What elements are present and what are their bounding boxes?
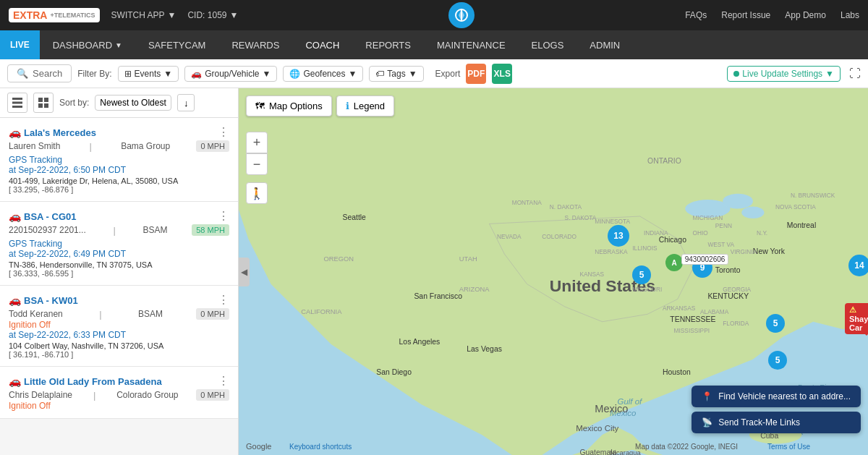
- more-options-button[interactable]: ⋮: [218, 374, 229, 388]
- nav-maintenance[interactable]: MAINTENANCE: [424, 30, 519, 59]
- map-attribution: Map data ©2022 Google, INEGI: [635, 443, 738, 451]
- geofences-filter[interactable]: 🌐 Geofences ▼: [283, 66, 363, 82]
- nav-elogs[interactable]: ELOGS: [519, 30, 577, 59]
- globe-icon: 🌐: [289, 69, 300, 79]
- sort-select[interactable]: Newest to Oldest: [95, 95, 171, 111]
- speed-badge: 0 MPH: [196, 389, 229, 401]
- svg-rect-8: [44, 103, 48, 108]
- svg-rect-3: [12, 102, 22, 104]
- legend-button[interactable]: ℹ Legend: [336, 95, 394, 116]
- cluster-marker[interactable]: 5: [632, 265, 651, 284]
- street-view-button[interactable]: 🚶: [246, 182, 268, 204]
- group-vehicle-filter[interactable]: 🚗 Group/Vehicle ▼: [184, 66, 277, 82]
- map-background[interactable]: Gulf of Mexico Caribbean Sea United Stat…: [239, 88, 868, 455]
- keyboard-shortcuts-link[interactable]: Keyboard shortcuts: [289, 443, 352, 451]
- live-update-settings-button[interactable]: Live Update Settings ▼: [727, 66, 841, 82]
- vehicle-card: 🚗Lala's Mercedes ⋮ Lauren Smith | Bama G…: [0, 118, 238, 202]
- svg-text:NEBRASKA: NEBRASKA: [595, 248, 628, 255]
- main-navigation: LIVE DASHBOARD ▼ SAFETYCAM REWARDS COACH…: [0, 30, 868, 59]
- svg-rect-7: [38, 103, 43, 108]
- cluster-marker[interactable]: 5: [768, 351, 787, 370]
- event-time[interactable]: at Sep-22-2022, 6:49 PM CDT: [9, 249, 229, 259]
- svg-text:GEORGIA: GEORGIA: [723, 286, 751, 293]
- export-pdf-button[interactable]: PDF: [466, 64, 486, 84]
- svg-text:ALABAMA: ALABAMA: [700, 308, 729, 315]
- chevron-down-icon: ▼: [115, 41, 122, 49]
- vehicle-name[interactable]: Little Old Lady From Pasadena: [24, 376, 162, 387]
- cluster-marker[interactable]: 13: [608, 225, 629, 247]
- search-icon: 🔍: [17, 68, 28, 79]
- svg-text:MISSOURI: MISSOURI: [632, 286, 662, 293]
- tags-filter[interactable]: 🏷 Tags ▼: [369, 66, 423, 82]
- event-time[interactable]: at Sep-22-2022, 6:33 PM CDT: [9, 330, 229, 340]
- labs-link[interactable]: Labs: [841, 10, 859, 20]
- shayna-car-marker[interactable]: ⚠ Shayna's Car: [845, 303, 868, 334]
- switch-app-button[interactable]: SWITCH APP ▼: [111, 10, 176, 20]
- nav-admin[interactable]: ADMIN: [576, 30, 633, 59]
- nav-safetycam[interactable]: SAFETYCAM: [135, 30, 218, 59]
- alert-icon: ⚠: [849, 305, 856, 314]
- live-indicator: [733, 71, 739, 77]
- svg-text:FLORIDA: FLORIDA: [723, 320, 749, 327]
- list-view-button[interactable]: [7, 93, 27, 113]
- app-demo-link[interactable]: App Demo: [785, 10, 826, 20]
- svg-rect-6: [44, 98, 48, 102]
- nav-right-links: FAQs Report Issue App Demo Labs: [685, 10, 859, 20]
- top-navigation: EXTRA +TELEMATICS SWITCH APP ▼ CID: 1059…: [0, 0, 868, 30]
- event-address: TN-386, Hendersonville, TN 37075, USA: [9, 260, 229, 269]
- car-icon: 🚗: [9, 211, 21, 222]
- nav-dashboard[interactable]: DASHBOARD ▼: [40, 30, 135, 59]
- svg-text:MISSISSIPPI: MISSISSIPPI: [674, 327, 710, 334]
- nav-coach[interactable]: COACH: [292, 30, 352, 59]
- more-options-button[interactable]: ⋮: [218, 293, 229, 307]
- vehicle-name[interactable]: BSA - KW01: [24, 295, 78, 306]
- report-issue-link[interactable]: Report Issue: [721, 10, 770, 20]
- svg-text:Chicago: Chicago: [659, 236, 686, 244]
- event-address: 104 Colbert Way, Nashville, TN 37206, US…: [9, 341, 229, 350]
- svg-text:N. BRUNSWICK: N. BRUNSWICK: [791, 192, 835, 199]
- send-track-me-button[interactable]: 📡 Send Track-Me Links: [692, 412, 861, 433]
- left-toolbar: Sort by: Newest to Oldest ↓: [0, 88, 238, 118]
- collapse-panel-button[interactable]: ◀: [239, 258, 250, 286]
- nav-live[interactable]: LIVE: [0, 30, 40, 59]
- speed-badge: 58 MPH: [192, 224, 229, 236]
- cid-selector[interactable]: CID: 1059 ▼: [187, 10, 238, 20]
- vehicle-marker[interactable]: A: [665, 254, 683, 271]
- map-zoom-controls: + −: [246, 132, 268, 175]
- svg-text:Las Vegas: Las Vegas: [467, 345, 502, 353]
- nav-rewards[interactable]: REWARDS: [218, 30, 292, 59]
- zoom-in-button[interactable]: +: [246, 132, 268, 153]
- more-options-button[interactable]: ⋮: [218, 125, 229, 139]
- find-vehicle-button[interactable]: 📍 Find Vehicle nearest to an addre...: [692, 386, 861, 407]
- events-filter[interactable]: ⊞ Events ▼: [118, 66, 179, 82]
- car-icon: 🚗: [191, 69, 202, 79]
- vehicle-card: 🚗Little Old Lady From Pasadena ⋮ Chris D…: [0, 367, 238, 419]
- fullscreen-button[interactable]: ⛶: [849, 67, 861, 80]
- sort-order-button[interactable]: ↓: [177, 94, 195, 111]
- svg-text:ARKANSAS: ARKANSAS: [663, 305, 696, 312]
- more-options-button[interactable]: ⋮: [218, 209, 229, 223]
- cluster-marker[interactable]: 5: [766, 314, 785, 333]
- car-icon: 🚗: [9, 375, 21, 387]
- vehicle-driver: Todd Keranen: [9, 309, 63, 319]
- grid-view-button[interactable]: [33, 93, 54, 113]
- filter-bar: 🔍 Search Filter By: ⊞ Events ▼ 🚗 Group/V…: [0, 59, 868, 88]
- cluster-marker[interactable]: 14: [848, 255, 868, 276]
- svg-text:KANSAS: KANSAS: [579, 271, 604, 278]
- event-time[interactable]: at Sep-22-2022, 6:50 PM CDT: [9, 165, 229, 175]
- svg-text:WEST VA: WEST VA: [707, 241, 734, 248]
- svg-text:INDIANA: INDIANA: [644, 229, 668, 237]
- vehicle-name[interactable]: BSA - CG01: [24, 211, 76, 222]
- nav-reports[interactable]: REPORTS: [352, 30, 424, 59]
- chevron-down-icon: ▼: [263, 69, 271, 79]
- svg-text:UTAH: UTAH: [459, 255, 477, 263]
- export-xls-button[interactable]: XLS: [492, 64, 512, 84]
- search-button[interactable]: 🔍 Search: [7, 64, 72, 82]
- vehicle-name[interactable]: Lala's Mercedes: [24, 127, 96, 138]
- map-options-button[interactable]: 🗺 Map Options: [246, 95, 332, 116]
- svg-text:San Francisco: San Francisco: [414, 292, 462, 300]
- zoom-out-button[interactable]: −: [246, 153, 268, 175]
- faqs-link[interactable]: FAQs: [685, 10, 707, 20]
- terms-of-use-link[interactable]: Terms of Use: [767, 443, 810, 451]
- chevron-down-icon: ▼: [163, 69, 172, 79]
